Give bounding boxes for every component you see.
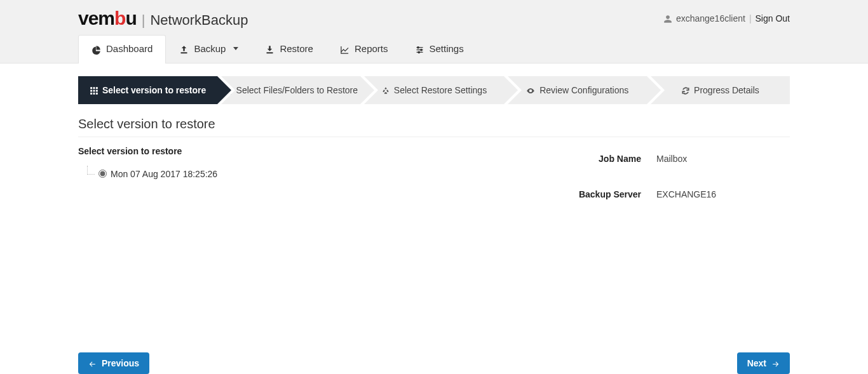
version-label: Mon 07 Aug 2017 18:25:26 — [111, 169, 217, 179]
section-heading: Select version to restore — [78, 146, 523, 156]
nav-backup[interactable]: Backup — [166, 35, 252, 63]
download-icon — [265, 43, 275, 55]
table-row: Backup Server EXCHANGE16 — [550, 183, 789, 217]
arrow-left-icon — [88, 358, 97, 368]
brand-logo[interactable]: vembu | NetworkBackup — [78, 8, 248, 29]
step-select-version[interactable]: Select version to restore — [78, 76, 217, 104]
grid-icon — [90, 84, 98, 95]
svg-rect-13 — [93, 93, 95, 95]
chevron-down-icon — [233, 47, 238, 50]
refresh-icon — [681, 84, 690, 95]
nav-settings[interactable]: Settings — [402, 35, 477, 63]
svg-point-3 — [417, 46, 419, 48]
jobname-label: Job Name — [550, 147, 651, 182]
previous-button[interactable]: Previous — [78, 352, 149, 374]
backupserver-value: EXCHANGE16 — [653, 183, 789, 217]
job-info: Job Name Mailbox Backup Server EXCHANGE1… — [548, 146, 790, 218]
pie-chart-icon — [92, 43, 101, 55]
brand-product: NetworkBackup — [150, 12, 248, 29]
table-row: Job Name Mailbox — [550, 147, 789, 182]
next-button[interactable]: Next — [737, 352, 790, 374]
svg-rect-12 — [90, 93, 92, 95]
step-restore-settings[interactable]: Select Restore Settings — [364, 76, 503, 104]
page-title: Select version to restore — [78, 117, 790, 137]
nav-reports[interactable]: Reports — [327, 35, 402, 63]
main-nav: Dashboard Backup Restore Reports Setting… — [78, 34, 790, 63]
step-progress[interactable]: Progress Details — [651, 76, 790, 104]
eye-icon — [526, 84, 536, 95]
svg-rect-8 — [96, 87, 98, 89]
svg-rect-7 — [93, 87, 95, 89]
recycle-icon — [381, 84, 390, 95]
step-select-files[interactable]: Select Files/Folders to Restore — [221, 76, 360, 104]
version-tree: Mon 07 Aug 2017 18:25:26 — [87, 169, 523, 179]
svg-rect-14 — [96, 93, 98, 95]
step-review[interactable]: Review Configurations — [508, 76, 647, 104]
svg-rect-6 — [90, 87, 92, 89]
upload-icon — [179, 43, 189, 55]
arrow-right-icon — [771, 358, 780, 368]
nav-restore[interactable]: Restore — [252, 35, 327, 63]
sign-out-link[interactable]: Sign Out — [756, 13, 790, 23]
nav-dashboard[interactable]: Dashboard — [78, 35, 166, 63]
wizard-steps: Select version to restore Select Files/F… — [78, 76, 790, 104]
backupserver-label: Backup Server — [550, 183, 651, 217]
header-bar: vembu | NetworkBackup exchange16client |… — [0, 0, 868, 63]
jobname-value: Mailbox — [653, 147, 789, 182]
user-icon — [663, 13, 672, 23]
svg-rect-10 — [93, 90, 95, 91]
svg-rect-9 — [90, 90, 92, 91]
version-item[interactable]: Mon 07 Aug 2017 18:25:26 — [87, 169, 523, 179]
sliders-icon — [415, 43, 424, 55]
vembu-logo: vembu — [78, 8, 137, 29]
svg-rect-11 — [96, 90, 98, 91]
chart-line-icon — [340, 43, 349, 55]
svg-point-4 — [420, 49, 422, 51]
username[interactable]: exchange16client — [676, 13, 745, 23]
svg-point-5 — [418, 51, 420, 53]
version-radio[interactable] — [98, 170, 107, 178]
